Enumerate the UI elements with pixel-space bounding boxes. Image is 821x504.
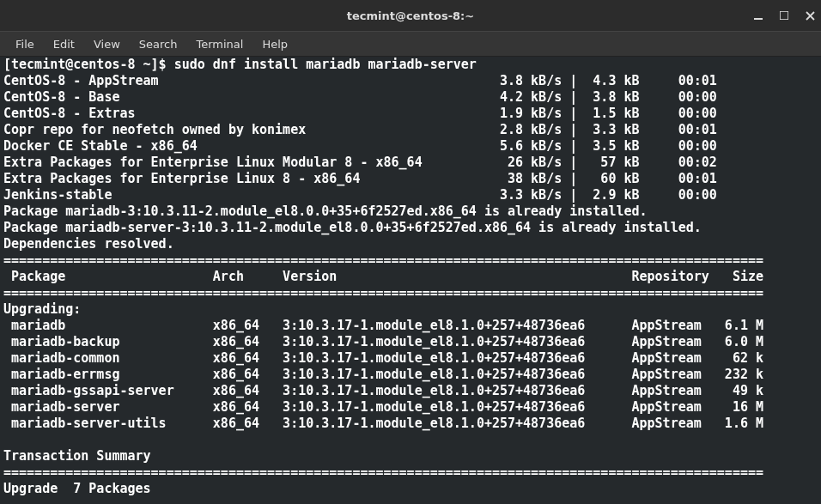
minimize-button[interactable]: [752, 9, 764, 21]
menu-view[interactable]: View: [85, 34, 129, 54]
maximize-button[interactable]: [778, 9, 790, 21]
svg-rect-1: [780, 11, 788, 20]
menu-edit[interactable]: Edit: [45, 34, 83, 54]
window-title: tecmint@centos-8:~: [347, 9, 474, 22]
terminal-viewport[interactable]: [tecmint@centos-8 ~]$ sudo dnf install m…: [0, 57, 821, 504]
menu-search[interactable]: Search: [131, 34, 186, 54]
svg-rect-0: [754, 18, 763, 20]
menu-help[interactable]: Help: [253, 34, 296, 54]
menu-file[interactable]: File: [7, 34, 43, 54]
menubar: File Edit View Search Terminal Help: [0, 31, 821, 57]
terminal-output: [tecmint@centos-8 ~]$ sudo dnf install m…: [3, 57, 818, 497]
menu-terminal[interactable]: Terminal: [187, 34, 252, 54]
titlebar: tecmint@centos-8:~: [0, 0, 821, 31]
window-controls: [752, 0, 816, 31]
close-button[interactable]: [804, 9, 816, 21]
